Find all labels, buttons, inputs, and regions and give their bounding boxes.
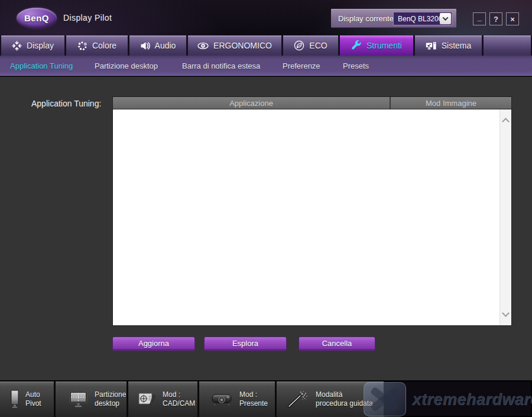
tab-strumenti[interactable]: Strumenti [340, 35, 413, 56]
footer-item-auto-pivot[interactable]: AutoPivot [0, 382, 56, 417]
subtab-partizione-desktop[interactable]: Partizione desktop [95, 56, 158, 76]
section-label: Application Tuning: [31, 99, 101, 108]
footer-item-mod-cadcam[interactable]: Mod :CAD/CAM [128, 382, 199, 417]
quick-mode-bar: AutoPivot Partizionedesktop [0, 380, 532, 417]
display-current-label: Display corrente [338, 14, 394, 23]
scroll-down-icon[interactable] [502, 309, 510, 317]
tab-colore[interactable]: Colore [66, 35, 128, 56]
speaker-icon [140, 41, 150, 51]
footer-item-label: Mod :Presente [239, 390, 268, 408]
dropdown-button[interactable] [440, 13, 451, 24]
vertical-scrollbar[interactable] [499, 109, 511, 325]
collapse-arrows-icon [12, 41, 22, 51]
footer-item-mod-presente[interactable]: Mod :Presente [199, 382, 277, 417]
scroll-up-icon[interactable] [502, 118, 510, 125]
tab-label: ECO [309, 41, 327, 50]
action-buttons: Aggiorna Esplora Cancella [112, 337, 512, 351]
esplora-button[interactable]: Esplora [204, 337, 287, 351]
display-current-panel: Display corrente BenQ BL3200 [331, 9, 456, 28]
chevron-down-icon [443, 15, 449, 21]
column-header-mod-immagine[interactable]: Mod Immagine [391, 97, 511, 109]
tab-label: Colore [92, 41, 116, 50]
help-button[interactable]: ? [489, 12, 502, 25]
table-header-row: Applicazione Mod Immagine [112, 96, 512, 109]
color-dots-icon [77, 41, 87, 51]
benq-logo-text: BenQ [24, 13, 49, 23]
cancella-button[interactable]: Cancella [299, 337, 375, 351]
footer-item-label: Partizionedesktop [95, 390, 126, 408]
eco-leaf-icon [294, 40, 304, 51]
pivot-monitor-icon [9, 390, 21, 409]
footer-item-label: Modalitàprocedura guidata [316, 390, 373, 408]
subtab-application-tuning[interactable]: Application Tuning [10, 56, 73, 76]
window-controls: _ ? × [473, 12, 519, 25]
footer-item-label: Mod :CAD/CAM [163, 390, 195, 408]
tab-label: Display [27, 41, 54, 50]
wrench-icon [351, 40, 362, 51]
tab-label: Sistema [442, 41, 472, 50]
tab-label: Strumenti [366, 41, 402, 50]
aggiorna-button[interactable]: Aggiorna [112, 337, 195, 351]
presentation-icon [211, 392, 232, 406]
close-button[interactable]: × [506, 12, 519, 25]
desktop-partition-icon [69, 390, 89, 408]
app-title: Display Pilot [63, 0, 112, 35]
tab-ergonomico[interactable]: ERGONOMICO [188, 35, 281, 56]
content-panel: Application Tuning: Applicazione Mod Imm… [0, 77, 532, 380]
wizard-wand-icon [287, 390, 309, 408]
tab-eco[interactable]: ECO [283, 35, 338, 56]
subtab-preferenze[interactable]: Preferenze [283, 56, 320, 76]
cad-cam-icon [138, 391, 157, 408]
footer-item-modalita-guidata[interactable]: Modalitàprocedura guidata [277, 382, 385, 417]
title-bar: BenQ Display Pilot Display corrente BenQ… [0, 0, 532, 35]
display-model-value: BenQ BL3200 [398, 15, 442, 23]
eye-icon [197, 41, 209, 51]
footer-item-partizione-desktop[interactable]: Partizionedesktop [56, 382, 128, 417]
application-table: Applicazione Mod Immagine [112, 96, 512, 326]
benq-logo: BenQ [17, 8, 57, 28]
footer-filler [385, 382, 387, 417]
tab-audio[interactable]: Audio [129, 35, 186, 56]
tab-label: Audio [155, 41, 176, 50]
table-body-empty[interactable] [112, 109, 512, 326]
tab-display[interactable]: Display [1, 35, 64, 56]
tab-label: ERGONOMICO [213, 41, 272, 50]
main-tab-bar: Display Colore [0, 35, 532, 56]
minimize-button[interactable]: _ [473, 12, 486, 25]
subtab-barra-notifica[interactable]: Barra di notifica estesa [182, 56, 260, 76]
system-monitor-icon [426, 41, 437, 51]
column-header-applicazione[interactable]: Applicazione [113, 97, 391, 109]
tab-bar-filler [484, 35, 531, 56]
display-pilot-window: BenQ Display Pilot Display corrente BenQ… [0, 0, 532, 417]
display-model-dropdown[interactable]: BenQ BL3200 [393, 12, 452, 25]
sub-tab-bar: Application Tuning Partizione desktop Ba… [0, 56, 532, 77]
footer-item-label: AutoPivot [25, 390, 41, 408]
tab-sistema[interactable]: Sistema [415, 35, 482, 56]
subtab-presets[interactable]: Presets [343, 56, 369, 76]
watermark: xtremehardware.com [364, 382, 532, 417]
watermark-text: xtremehardware.com [412, 390, 532, 409]
